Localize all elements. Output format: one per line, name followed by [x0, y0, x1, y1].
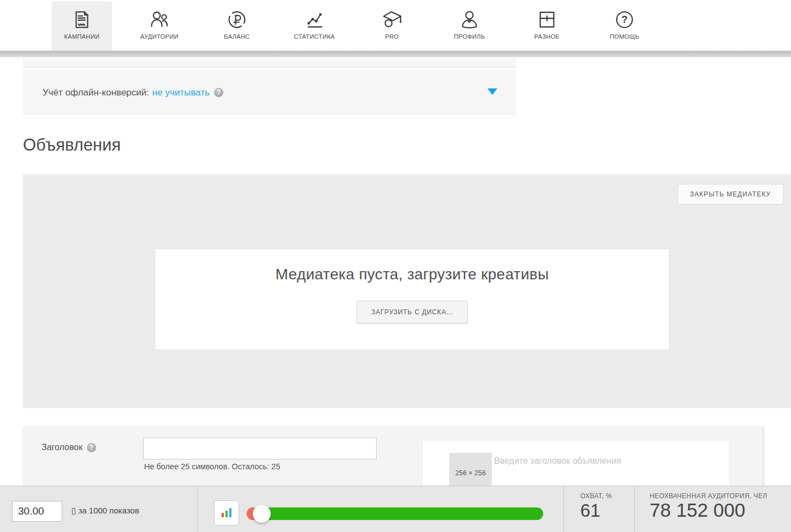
unreached-audience-value: 78 152 000: [650, 499, 745, 521]
nav-item-balance[interactable]: БАЛАНС: [207, 2, 267, 51]
nav-label: РАЗНОЕ: [534, 33, 560, 40]
campaign-editor-screen: КАМПАНИИ АУДИТОРИИ БАЛАНС: [0, 0, 791, 532]
pro-graduation-cap-icon: [380, 8, 403, 31]
slider-handle[interactable]: [253, 505, 271, 523]
ads-section-title: Объявления: [23, 135, 121, 155]
title-field-label: Заголовок: [41, 443, 82, 452]
help-question-icon: ?: [613, 8, 636, 31]
expand-caret-icon[interactable]: [487, 88, 497, 95]
title-help-icon[interactable]: ?: [87, 443, 96, 452]
close-media-library-button[interactable]: ЗАКРЫТЬ МЕДИАТЕКУ: [677, 184, 783, 205]
balance-ruble-icon: [225, 8, 248, 31]
bid-chart-toggle-button[interactable]: [214, 500, 239, 525]
ad-title-input[interactable]: [143, 438, 377, 459]
nav-label: БАЛАНС: [224, 33, 249, 40]
nav-item-misc[interactable]: РАЗНОЕ: [517, 2, 577, 51]
collapsed-section-stub: [23, 59, 516, 68]
statistics-chart-icon: [303, 8, 326, 31]
nav-shadow-band: [0, 51, 791, 58]
offline-conversions-label: Учёт офлайн-конверсий:: [43, 87, 149, 98]
audiences-people-icon: [148, 8, 171, 31]
nav-item-statistics[interactable]: СТАТИСТИКА: [284, 2, 344, 51]
bar-chart-icon: [219, 505, 234, 521]
nav-item-help[interactable]: ? ПОМОЩЬ: [594, 2, 655, 51]
footer-divider: [197, 486, 198, 532]
nav-label: КАМПАНИИ: [64, 33, 99, 40]
media-library-panel: ЗАКРЫТЬ МЕДИАТЕКУ Медиатека пуста, загру…: [23, 174, 791, 408]
slider-track-green[interactable]: [247, 507, 543, 520]
campaigns-document-icon: [70, 8, 93, 31]
nav-label: ПОМОЩЬ: [610, 33, 639, 40]
offline-conversions-value-link[interactable]: не учитывать: [152, 87, 210, 98]
nav-item-profile[interactable]: ПРОФИЛЬ: [439, 2, 499, 51]
upload-from-disk-button[interactable]: ЗАГРУЗИТЬ С ДИСКА...: [356, 301, 468, 324]
profile-person-icon: [458, 8, 481, 31]
nav-item-campaigns[interactable]: КАМПАНИИ: [52, 2, 112, 51]
ad-title-preview-placeholder: Введите заголовок объявления: [494, 456, 621, 466]
nav-label: СТАТИСТИКА: [294, 33, 335, 40]
title-char-limit-hint: Не более 25 символов. Осталось: 25: [144, 462, 280, 471]
offline-conversions-help-icon[interactable]: ?: [214, 88, 223, 97]
footer-divider: [563, 486, 564, 532]
media-library-empty-card: Медиатека пуста, загрузите креативы ЗАГР…: [156, 249, 669, 349]
bid-price-unit-label: ▯ за 1000 показов: [72, 506, 139, 516]
misc-window-plus-icon: [536, 8, 558, 31]
svg-text:?: ?: [621, 14, 627, 25]
bid-footer-bar: ▯ за 1000 показов ОХВАТ, % 61 НЕОХВАЧЕНН…: [0, 486, 791, 532]
nav-label: ПРОФИЛЬ: [454, 33, 485, 40]
ad-image-size-label: 256 × 256: [449, 469, 492, 477]
nav-label: PRO: [385, 33, 399, 40]
reach-label: ОХВАТ, %: [580, 492, 612, 500]
unreached-audience-label: НЕОХВАЧЕННАЯ АУДИТОРИЯ, ЧЕЛ: [650, 492, 768, 500]
footer-divider: [634, 486, 635, 532]
bid-price-input[interactable]: [12, 501, 62, 522]
top-navigation: КАМПАНИИ АУДИТОРИИ БАЛАНС: [0, 0, 791, 51]
title-label-row: Заголовок ?: [41, 443, 96, 452]
reach-value: 61: [580, 500, 600, 521]
nav-item-pro[interactable]: PRO: [362, 2, 422, 51]
coverage-slider[interactable]: [247, 504, 543, 523]
media-library-empty-message: Медиатека пуста, загрузите креативы: [276, 266, 549, 283]
nav-item-audiences[interactable]: АУДИТОРИИ: [129, 2, 189, 51]
nav-label: АУДИТОРИИ: [140, 33, 179, 40]
offline-conversions-panel: Учёт офлайн-конверсий: не учитывать ?: [23, 70, 516, 115]
